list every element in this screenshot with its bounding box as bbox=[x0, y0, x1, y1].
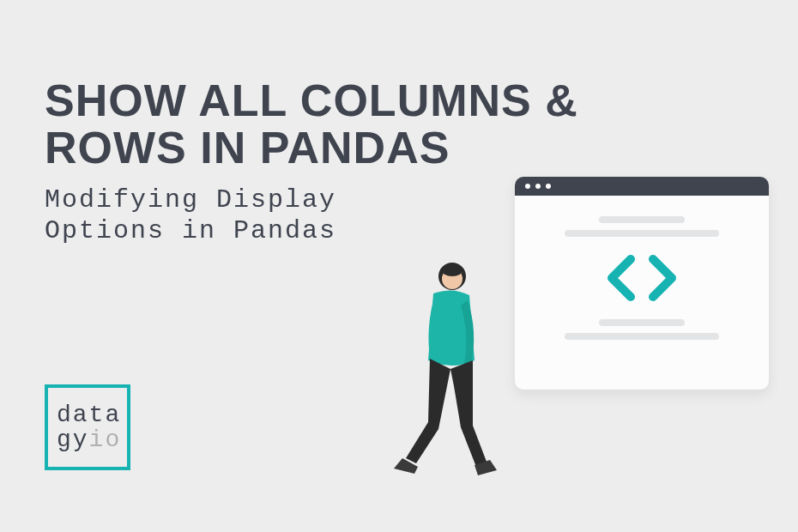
datagy-logo: data gyio bbox=[45, 384, 130, 470]
window-dot bbox=[546, 184, 551, 189]
subtitle: Modifying Display Options in Pandas bbox=[45, 184, 422, 246]
walking-person-illustration bbox=[390, 257, 502, 481]
logo-line-2: gyio bbox=[57, 427, 121, 452]
logo-line-1: data bbox=[57, 402, 121, 427]
code-brackets-icon bbox=[603, 254, 680, 302]
browser-content bbox=[515, 196, 769, 360]
window-dot bbox=[525, 184, 530, 189]
placeholder-line bbox=[565, 333, 719, 340]
placeholder-line bbox=[599, 319, 685, 326]
browser-title-bar bbox=[515, 177, 769, 196]
text-lines-top bbox=[565, 216, 719, 237]
placeholder-line bbox=[599, 216, 685, 223]
text-lines-bottom bbox=[565, 319, 719, 340]
main-title: SHOW ALL COLUMNS & ROWS IN PANDAS bbox=[45, 77, 645, 171]
placeholder-line bbox=[565, 230, 719, 237]
window-dot bbox=[535, 184, 541, 189]
browser-window-illustration bbox=[515, 177, 769, 390]
